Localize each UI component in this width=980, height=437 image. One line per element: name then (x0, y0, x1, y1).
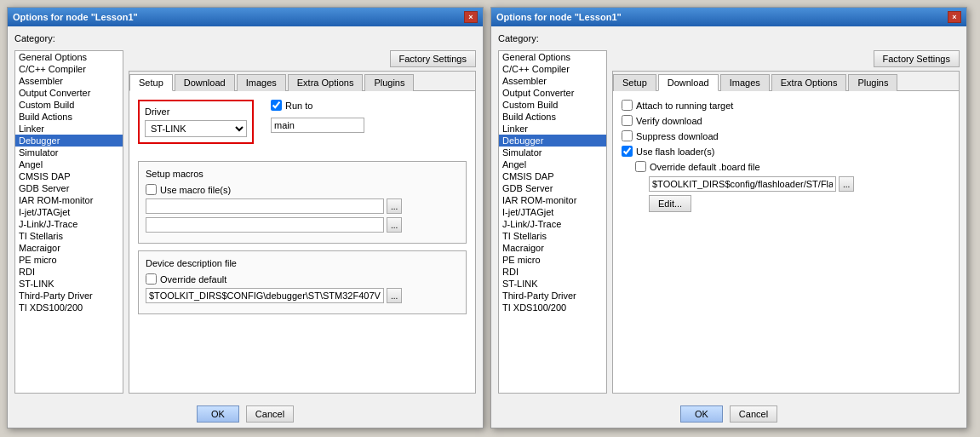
cat2-angel[interactable]: Angel (499, 158, 606, 170)
dialog1-tab-download[interactable]: Download (175, 74, 235, 91)
dialog1-macro-path2-input[interactable] (146, 217, 384, 233)
dialog2-tabs-panel: Setup Download Images Extra Options Plug… (612, 71, 960, 394)
cat1-output-converter[interactable]: Output Converter (15, 87, 123, 99)
dialog1-device-browse-button[interactable]: ... (387, 288, 402, 303)
cat1-assembler[interactable]: Assembler (15, 75, 123, 87)
dialog2-tab-extra-options[interactable]: Extra Options (771, 74, 847, 91)
cat2-debugger[interactable]: Debugger (499, 135, 606, 147)
cat2-build-actions[interactable]: Build Actions (499, 111, 606, 123)
dialog2-use-flash-checkbox[interactable] (622, 146, 633, 157)
cat2-iar-rom-monitor[interactable]: IAR ROM-monitor (499, 194, 606, 206)
cat2-assembler[interactable]: Assembler (499, 75, 606, 87)
dialog2-main-area: General Options C/C++ Compiler Assembler… (498, 50, 960, 394)
cat2-linker[interactable]: Linker (499, 123, 606, 135)
dialog1-macro-browse1-button[interactable]: ... (387, 198, 402, 214)
dialog2-verify-label: Verify download (636, 116, 702, 126)
cat1-cmsis-dap[interactable]: CMSIS DAP (15, 170, 123, 182)
cat2-macraigor[interactable]: Macraigor (499, 242, 606, 254)
cat2-simulator[interactable]: Simulator (499, 147, 606, 158)
dialog2-tab-download[interactable]: Download (658, 74, 719, 91)
cat2-cmsis-dap[interactable]: CMSIS DAP (499, 170, 606, 182)
cat2-st-link[interactable]: ST-LINK (499, 278, 606, 290)
dialog1-override-default-label: Override default (160, 274, 226, 285)
dialog2-board-path-input[interactable] (649, 176, 836, 192)
dialog1-category-label: Category: (14, 33, 476, 43)
dialog2-tab-images[interactable]: Images (720, 74, 770, 91)
cat2-rdi[interactable]: RDI (499, 266, 606, 278)
dialog1-driver-select[interactable]: ST-LINK J-Link Angel GDB Server (145, 120, 247, 137)
cat1-general-options[interactable]: General Options (15, 51, 123, 63)
cat1-linker[interactable]: Linker (15, 123, 123, 135)
dialog1-macro-file-row1: ... (146, 198, 459, 214)
dialog2-override-board-checkbox[interactable] (635, 161, 646, 172)
dialog2-suppress-checkbox[interactable] (622, 130, 633, 141)
dialog1-ok-button[interactable]: OK (197, 405, 239, 423)
dialog1-override-default-checkbox[interactable] (146, 273, 157, 285)
cat1-ti-stellaris[interactable]: TI Stellaris (15, 230, 123, 242)
dialog2-category-list: General Options C/C++ Compiler Assembler… (498, 50, 607, 394)
dialog1-category-list: General Options C/C++ Compiler Assembler… (14, 50, 123, 394)
dialog1-tabs-row: Setup Download Images Extra Options Plug… (129, 72, 475, 91)
cat2-output-converter[interactable]: Output Converter (499, 87, 606, 99)
dialog1-close-button[interactable]: × (464, 11, 478, 23)
cat2-custom-build[interactable]: Custom Build (499, 99, 606, 111)
cat1-third-party[interactable]: Third-Party Driver (15, 290, 123, 302)
cat1-iar-rom-monitor[interactable]: IAR ROM-monitor (15, 194, 123, 206)
dialog1-tab-plugins[interactable]: Plugins (364, 74, 414, 91)
dialog1-use-macro-row: Use macro file(s) (146, 184, 459, 195)
cat2-ti-stellaris[interactable]: TI Stellaris (499, 230, 606, 242)
dialog1-macro-path1-input[interactable] (146, 198, 384, 214)
dialog2-close-button[interactable]: × (948, 11, 961, 23)
cat1-custom-build[interactable]: Custom Build (15, 99, 123, 111)
cat2-cpp-compiler[interactable]: C/C++ Compiler (499, 63, 606, 75)
cat2-ijet-jtagjet[interactable]: I-jet/JTAGjet (499, 206, 606, 218)
cat2-pe-micro[interactable]: PE micro (499, 254, 606, 266)
dialog1-cancel-button[interactable]: Cancel (246, 405, 294, 423)
cat2-third-party[interactable]: Third-Party Driver (499, 290, 606, 302)
dialog1-macro-browse2-button[interactable]: ... (387, 217, 402, 233)
cat1-macraigor[interactable]: Macraigor (15, 242, 123, 254)
dialog1-run-to-input[interactable] (271, 118, 364, 133)
dialog1-device-path-input[interactable] (146, 288, 384, 303)
cat1-angel[interactable]: Angel (15, 158, 123, 170)
dialog1-run-to-row: Run to (271, 100, 364, 111)
dialog2-tab-plugins[interactable]: Plugins (848, 74, 897, 91)
dialog1-override-default-row: Override default (146, 273, 459, 285)
cat1-ijet-jtagjet[interactable]: I-jet/JTAGjet (15, 206, 123, 218)
dialog2-verify-checkbox[interactable] (622, 115, 633, 126)
dialog1-tab-setup[interactable]: Setup (129, 74, 173, 91)
cat1-rdi[interactable]: RDI (15, 266, 123, 278)
cat1-build-actions[interactable]: Build Actions (15, 111, 123, 123)
cat2-ti-xds100[interactable]: TI XDS100/200 (499, 302, 606, 313)
cat2-jlink-jtrace[interactable]: J-Link/J-Trace (499, 218, 606, 230)
dialog1-tab-images[interactable]: Images (237, 74, 286, 91)
dialog2-board-browse-button[interactable]: ... (839, 176, 854, 192)
dialog2-ok-button[interactable]: OK (680, 405, 723, 423)
cat1-cpp-compiler[interactable]: C/C++ Compiler (15, 63, 123, 75)
cat2-gdb-server[interactable]: GDB Server (499, 182, 606, 194)
cat1-simulator[interactable]: Simulator (15, 147, 123, 158)
dialog2-override-board-row: Override default .board file (635, 161, 950, 172)
dialog2-tab-setup[interactable]: Setup (613, 74, 656, 91)
dialog1-run-to-checkbox[interactable] (271, 100, 282, 111)
dialog1-driver-box: Driver ST-LINK J-Link Angel GDB Server (138, 100, 254, 144)
dialog2-override-board-label: Override default .board file (650, 162, 760, 172)
dialog1-factory-settings-button[interactable]: Factory Settings (390, 50, 476, 67)
dialog1-tab-extra-options[interactable]: Extra Options (288, 74, 364, 91)
cat2-general-options[interactable]: General Options (499, 51, 606, 63)
cat1-gdb-server[interactable]: GDB Server (15, 182, 123, 194)
dialog2-category-label: Category: (498, 33, 960, 43)
cat1-jlink-jtrace[interactable]: J-Link/J-Trace (15, 218, 123, 230)
cat1-st-link[interactable]: ST-LINK (15, 278, 123, 290)
dialog2-factory-settings-button[interactable]: Factory Settings (874, 50, 960, 67)
dialog1-use-macro-checkbox[interactable] (146, 184, 157, 195)
dialog1-content-area: Factory Settings Setup Download Images E… (129, 50, 476, 394)
cat1-pe-micro[interactable]: PE micro (15, 254, 123, 266)
dialog2-edit-button[interactable]: Edit... (649, 195, 691, 212)
cat1-debugger[interactable]: Debugger (15, 135, 123, 147)
dialog1-device-desc-title: Device description file (146, 258, 459, 268)
cat1-ti-xds100[interactable]: TI XDS100/200 (15, 302, 123, 313)
dialog2-cancel-button[interactable]: Cancel (730, 405, 777, 423)
dialog2-attach-checkbox[interactable] (622, 100, 633, 111)
dialog2-board-path-row: ... (649, 176, 950, 192)
